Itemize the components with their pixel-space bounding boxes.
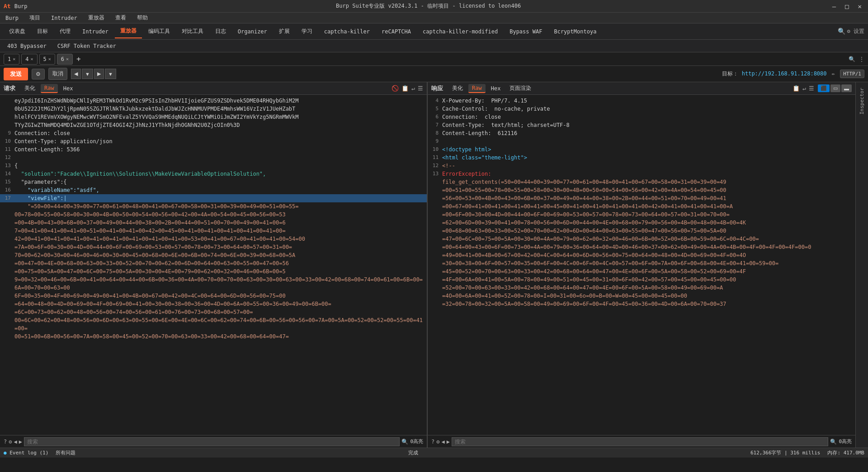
search-icon[interactable]: 🔍: [838, 28, 845, 35]
next-button[interactable]: ▶: [94, 69, 104, 79]
prev-dropdown[interactable]: ▼: [82, 69, 93, 79]
titlebar-app: Burp: [14, 3, 28, 9]
response-tab-beautify[interactable]: 美化: [448, 84, 467, 93]
resp-nav-forward[interactable]: ▶: [447, 439, 450, 445]
nav-403-bypasser[interactable]: 403 Bypasser: [4, 42, 50, 51]
maximize-button[interactable]: □: [842, 2, 851, 11]
tabs-more-icon[interactable]: ⋮: [859, 56, 864, 62]
tab-learn[interactable]: 学习: [296, 25, 318, 38]
view-single[interactable]: ▬: [841, 84, 852, 92]
send-button[interactable]: 发送: [4, 68, 28, 80]
code-line: 7=00=41=00=41=00=41=00=51=00=41=00=41=00…: [0, 227, 427, 235]
more-icon[interactable]: ☰: [418, 85, 423, 92]
copy-icon[interactable]: 🚫: [392, 85, 399, 92]
inspector-tab-inspector[interactable]: Inspector: [857, 86, 867, 117]
tab-6-close[interactable]: ✕: [66, 56, 69, 61]
request-tab-1[interactable]: 1 ✕: [4, 54, 19, 65]
req-nav-forward[interactable]: ▶: [19, 439, 22, 445]
tab-captcha-killer[interactable]: captcha-killer: [319, 26, 375, 37]
prev-button[interactable]: ◀: [71, 69, 81, 79]
request-tab-hex[interactable]: Hex: [60, 84, 77, 93]
code-line: =4F=00=6A=00=41=00=5A=00=78=00=49=00=51=…: [428, 276, 855, 284]
tabs-search-icon[interactable]: 🔍: [849, 56, 855, 62]
response-title: 响应: [431, 84, 443, 93]
response-tab-raw[interactable]: Raw: [468, 84, 486, 93]
tab-organizer[interactable]: Organizer: [232, 26, 273, 37]
nav-right-actions: 🔍 ⚙ 设置: [838, 28, 864, 35]
resp-search-button[interactable]: 🔍: [830, 439, 837, 445]
code-line: 00=51=00=6B=00=56=00=7A=00=58=00=45=00=5…: [0, 332, 427, 341]
code-line: 13 ErrorException:: [428, 170, 855, 178]
tab-5-close[interactable]: ✕: [48, 56, 51, 61]
format-icon[interactable]: 📋: [401, 85, 409, 92]
newline-icon[interactable]: ↵: [411, 85, 415, 92]
nav-csrf-token[interactable]: CSRF Token Tracker: [54, 42, 120, 51]
request-tab-beautify[interactable]: 美化: [21, 84, 39, 93]
response-tab-render[interactable]: 页面渲染: [506, 84, 535, 93]
tab-comparer[interactable]: 对比工具: [176, 25, 209, 38]
response-code-area[interactable]: 4 X-Powered-By: PHP/7. 4.15 5 Cache-Cont…: [428, 95, 855, 435]
response-format-icon[interactable]: 📋: [793, 85, 800, 92]
http-version-badge[interactable]: HTTP/1: [840, 70, 864, 78]
titlebar-controls: — □ ✕: [830, 2, 864, 11]
next-dropdown[interactable]: ▼: [105, 69, 116, 79]
tab-4-close[interactable]: ✕: [31, 56, 33, 61]
req-search-help-icon[interactable]: ?: [4, 439, 7, 445]
code-line: =32=00=78=00=32=00=5A=00=58=00=49=00=69=…: [428, 300, 855, 308]
edit-icon[interactable]: ✏: [832, 70, 835, 77]
code-line: =47=00=6C=00=75=00=5A=00=30=00=4A=00=79=…: [428, 235, 855, 243]
response-search-input[interactable]: [452, 437, 828, 446]
resp-search-settings-icon[interactable]: ⚙: [436, 439, 439, 445]
response-more-icon[interactable]: ☰: [809, 85, 814, 92]
cancel-button[interactable]: 取消: [48, 68, 67, 80]
target-url[interactable]: http://192.168.91.128:8080: [742, 70, 827, 77]
tab-dashboard[interactable]: 仪表盘: [4, 25, 31, 38]
tab-recaptcha[interactable]: reCAPTCHA: [376, 26, 416, 37]
add-tab-button[interactable]: +: [75, 55, 83, 63]
request-tab-6[interactable]: 6 ✕: [57, 54, 73, 65]
response-tab-hex[interactable]: Hex: [487, 84, 505, 93]
menu-view[interactable]: 查看: [113, 13, 128, 23]
event-log-label[interactable]: ● Event log (1): [4, 450, 48, 456]
request-search-input[interactable]: [24, 437, 400, 446]
menu-intruder[interactable]: Intruder: [49, 14, 79, 22]
response-search-count: 0高亮: [839, 438, 852, 445]
all-issues-label[interactable]: 所有问题: [56, 449, 75, 456]
tab-bcrypt[interactable]: BcryptMontoya: [548, 26, 602, 37]
minimize-button[interactable]: —: [830, 2, 839, 11]
code-line: 6F=00=35=00=4F=00=69=00=49=00=41=00=4B=0…: [0, 292, 427, 300]
resp-nav-back[interactable]: ◀: [441, 439, 444, 445]
request-tab-5[interactable]: 5 ✕: [39, 54, 55, 65]
gear-button[interactable]: ⚙: [32, 69, 45, 79]
menu-help[interactable]: 帮助: [135, 13, 150, 23]
code-line: 9=00=32=00=46=00=6B=00=41=00=64=00=44=00…: [0, 276, 427, 292]
tab-logger[interactable]: 日志: [210, 25, 231, 38]
req-search-button[interactable]: 🔍: [401, 439, 408, 445]
response-newline-icon[interactable]: ↵: [802, 85, 806, 92]
request-code-area[interactable]: eyJpdiI6InZHSWdNbWpCNlIyREM3TWkOd1RvM2c9…: [0, 95, 427, 435]
tab-repeater[interactable]: 重放器: [115, 24, 142, 38]
code-line: =56=00=53=00=4B=00=43=00=6B=00=37=00=49=…: [428, 194, 855, 202]
request-tab-raw[interactable]: Raw: [41, 84, 58, 93]
tab-extensions[interactable]: 扩展: [274, 25, 295, 38]
tab-target[interactable]: 目标: [32, 25, 53, 38]
tab-captcha-killer-modified[interactable]: captcha-killer-modified: [417, 26, 503, 37]
menu-project[interactable]: 项目: [28, 13, 42, 23]
menu-repeater[interactable]: 重放器: [86, 13, 106, 23]
tab-1-close[interactable]: ✕: [13, 56, 15, 61]
menu-burp[interactable]: Burp: [4, 14, 20, 22]
view-split-vertical[interactable]: ▭: [830, 84, 840, 92]
code-line: hlelFCV1REVmVXOWgyNEMwcWVTSmO2NFEvalZ5YV…: [0, 113, 427, 121]
request-tab-4[interactable]: 4 ✕: [21, 54, 37, 65]
tab-intruder[interactable]: Intruder: [77, 26, 114, 37]
tab-proxy[interactable]: 代理: [54, 25, 76, 38]
req-nav-back[interactable]: ◀: [14, 439, 17, 445]
resp-search-help-icon[interactable]: ?: [431, 439, 434, 445]
tab-bypass-waf[interactable]: Bypass WAF: [504, 26, 547, 37]
close-button[interactable]: ✕: [855, 2, 864, 11]
tab-encoder[interactable]: 编码工具: [143, 25, 175, 38]
req-search-settings-icon[interactable]: ⚙: [9, 439, 12, 445]
view-split-horizontal[interactable]: ⬛: [818, 84, 830, 92]
menubar: Burp 项目 Intruder 重放器 查看 帮助: [0, 13, 868, 23]
settings-label[interactable]: ⚙ 设置: [847, 28, 864, 35]
